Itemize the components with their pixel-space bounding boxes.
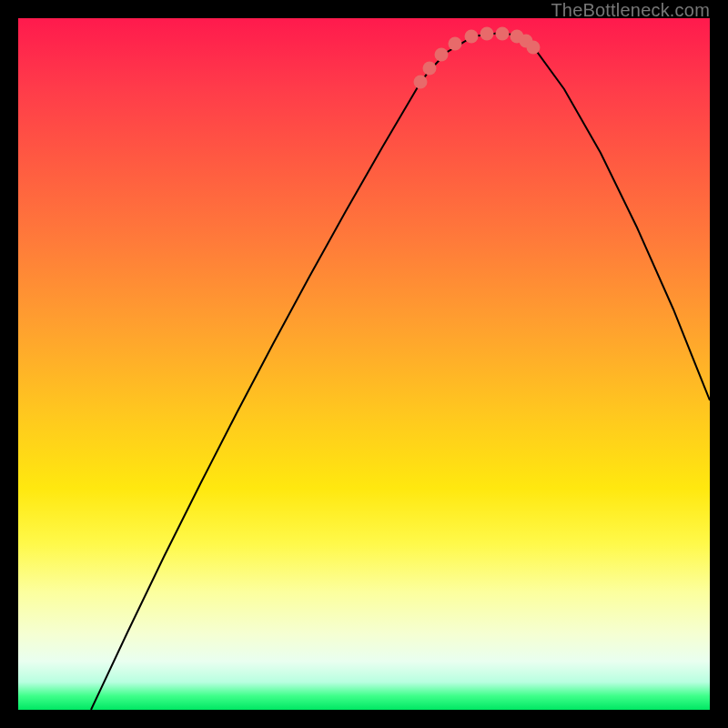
highlight-marker <box>480 27 494 41</box>
bottleneck-curve-path <box>91 33 710 710</box>
highlight-marker <box>527 41 541 55</box>
highlight-marker <box>423 62 437 76</box>
highlight-markers <box>414 27 541 89</box>
highlight-marker <box>414 76 428 89</box>
chart-frame: TheBottleneck.com <box>0 0 728 728</box>
highlight-marker <box>449 37 462 51</box>
highlight-marker <box>465 30 479 44</box>
plot-area <box>18 18 710 710</box>
highlight-marker <box>435 48 449 62</box>
highlight-marker <box>496 27 510 41</box>
curve-layer <box>18 18 710 710</box>
